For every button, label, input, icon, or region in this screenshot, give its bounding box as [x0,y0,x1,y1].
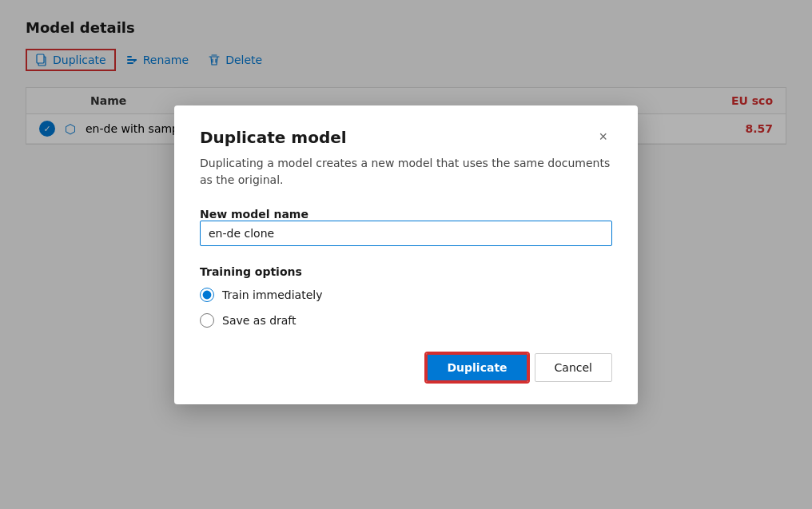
new-model-name-input[interactable] [200,221,612,246]
save-as-draft-label: Save as draft [222,314,297,327]
modal-title: Duplicate model [200,128,347,147]
duplicate-submit-button[interactable]: Duplicate [426,353,527,382]
modal-close-button[interactable]: × [594,128,612,145]
cancel-button[interactable]: Cancel [535,353,612,382]
duplicate-model-modal: Duplicate model × Duplicating a model cr… [174,105,638,404]
new-model-name-label: New model name [200,208,308,221]
modal-description: Duplicating a model creates a new model … [200,155,612,189]
save-as-draft-radio[interactable] [200,313,214,328]
training-options-group: Train immediately Save as draft [200,288,612,328]
modal-footer: Duplicate Cancel [200,353,612,382]
modal-overlay: Duplicate model × Duplicating a model cr… [0,0,812,509]
training-options-label: Training options [200,265,612,278]
modal-header: Duplicate model × [200,128,612,147]
train-immediately-option[interactable]: Train immediately [200,288,612,302]
save-as-draft-option[interactable]: Save as draft [200,313,612,328]
train-immediately-radio[interactable] [200,288,214,302]
train-immediately-label: Train immediately [222,288,322,301]
